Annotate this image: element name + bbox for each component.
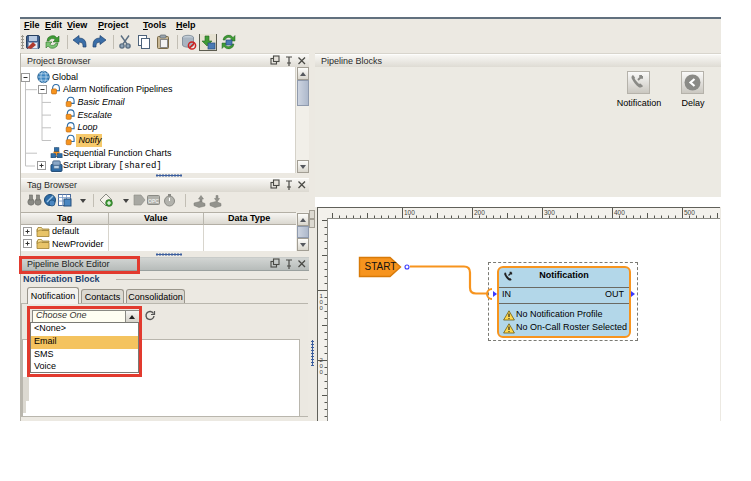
svg-text:OPC: OPC	[148, 198, 159, 204]
svg-text:300: 300	[544, 209, 555, 216]
svg-text:0: 0	[320, 369, 324, 375]
svg-text:0: 0	[320, 305, 324, 311]
svg-text:START: START	[365, 261, 397, 272]
svg-text:400: 400	[614, 209, 625, 216]
svg-text:100: 100	[404, 209, 415, 216]
svg-text:200: 200	[474, 209, 485, 216]
svg-text:500: 500	[684, 209, 695, 216]
